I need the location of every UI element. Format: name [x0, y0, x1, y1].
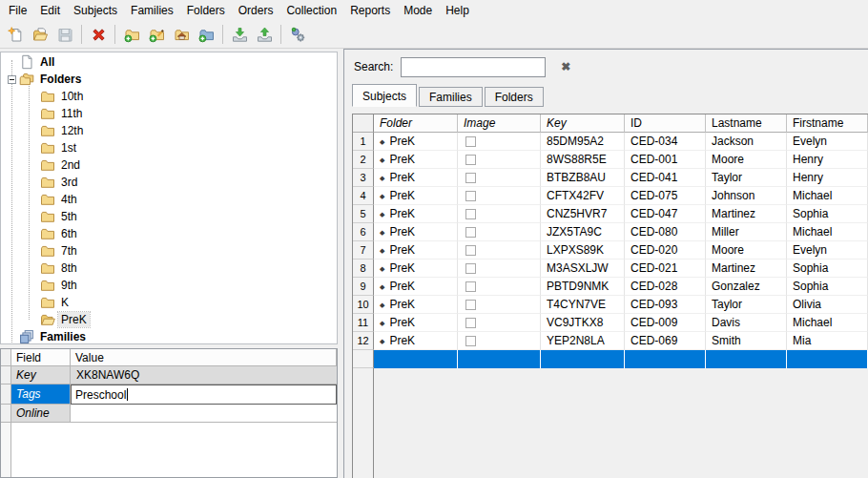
expander-minus-icon[interactable] [5, 75, 19, 84]
field-value-cell[interactable]: XK8NAW6Q [71, 366, 337, 384]
key-cell[interactable]: CFTX42FV [541, 187, 625, 205]
folder-cell[interactable]: ◆PreK [374, 187, 458, 205]
table-row[interactable]: 6◆PreKJZX5TA9CCED-080MillerMichael [353, 223, 868, 241]
menu-item-orders[interactable]: Orders [232, 0, 280, 21]
field-column-header[interactable]: Field [11, 349, 71, 366]
lastname-cell[interactable]: Davis [706, 314, 787, 332]
firstname-cell[interactable]: Michael [787, 187, 868, 205]
tree-item-3rd[interactable]: 3rd [1, 174, 337, 191]
tree-item-prek[interactable]: PreK [1, 311, 337, 328]
lastname-cell[interactable]: Martinez [706, 205, 787, 223]
menu-item-families[interactable]: Families [124, 0, 180, 21]
table-row[interactable]: 10◆PreKT4CYN7VECED-093TaylorOlivia [353, 296, 868, 314]
key-cell[interactable]: BTBZB8AU [541, 169, 625, 187]
id-cell[interactable]: CED-028 [625, 278, 706, 296]
tree-item-4th[interactable]: 4th [1, 191, 337, 208]
table-row[interactable]: 2◆PreK8WS88R5ECED-001MooreHenry [353, 151, 868, 169]
image-cell[interactable] [458, 133, 541, 151]
export-button[interactable] [253, 23, 276, 46]
empty-selected-cell[interactable] [458, 350, 541, 368]
id-cell[interactable]: CED-034 [625, 133, 706, 151]
key-cell[interactable]: LXPXS89K [541, 241, 625, 260]
field-name-cell[interactable]: Online [11, 405, 71, 423]
image-cell[interactable] [458, 260, 541, 278]
column-header-folder[interactable]: Folder [374, 114, 458, 133]
add-folder-button[interactable] [120, 23, 143, 46]
rename-folder-button[interactable] [145, 23, 168, 46]
row-number-cell[interactable]: 9 [353, 278, 374, 296]
field-grid-row-header[interactable] [1, 366, 11, 384]
key-cell[interactable]: 85DM95A2 [541, 133, 625, 151]
image-checkbox[interactable] [465, 173, 476, 183]
row-number-cell[interactable] [353, 350, 374, 368]
tab-folders[interactable]: Folders [485, 87, 544, 107]
table-row[interactable]: 12◆PreKYEP2N8LACED-069SmithMia [353, 332, 868, 350]
row-number-cell[interactable]: 5 [353, 205, 374, 223]
folder-cell[interactable]: ◆PreK [374, 133, 458, 151]
key-cell[interactable]: M3ASXLJW [541, 260, 625, 278]
field-grid-row-header[interactable] [1, 384, 11, 405]
empty-selected-cell[interactable] [787, 350, 868, 368]
table-row[interactable]: 11◆PreKVC9JTKX8CED-009DavisMichael [353, 314, 868, 332]
field-name-cell[interactable]: Key [11, 366, 71, 384]
image-checkbox[interactable] [465, 191, 476, 201]
open-folder-button[interactable] [29, 23, 52, 46]
table-row[interactable]: 1◆PreK85DM95A2CED-034JacksonEvelyn [353, 133, 868, 151]
image-cell[interactable] [458, 205, 541, 223]
value-column-header[interactable]: Value [71, 349, 337, 366]
firstname-cell[interactable]: Henry [787, 151, 868, 169]
lastname-cell[interactable]: Taylor [706, 169, 787, 187]
row-number-cell[interactable]: 8 [353, 260, 374, 278]
table-row[interactable]: 5◆PreKCNZ5HVR7CED-047MartinezSophia [353, 205, 868, 223]
empty-selected-cell[interactable] [706, 350, 787, 368]
tree-item-all[interactable]: All [1, 53, 337, 71]
id-cell[interactable]: CED-001 [625, 151, 706, 169]
key-cell[interactable]: JZX5TA9C [541, 223, 625, 241]
image-cell[interactable] [458, 169, 541, 187]
firstname-cell[interactable]: Mia [787, 332, 868, 350]
image-cell[interactable] [458, 314, 541, 332]
image-cell[interactable] [458, 332, 541, 350]
firstname-cell[interactable]: Michael [787, 223, 868, 241]
tree-item-10th[interactable]: 10th [1, 88, 337, 105]
row-number-cell[interactable]: 3 [353, 169, 374, 187]
field-value-cell[interactable]: Preschool [71, 384, 337, 405]
column-header-key[interactable]: Key [541, 114, 625, 133]
menu-item-folders[interactable]: Folders [180, 0, 232, 21]
id-cell[interactable]: CED-075 [625, 187, 706, 205]
lastname-cell[interactable]: Taylor [706, 296, 787, 314]
folder-cell[interactable]: ◆PreK [374, 332, 458, 350]
empty-selected-cell[interactable] [374, 350, 458, 368]
id-cell[interactable]: CED-080 [625, 223, 706, 241]
lastname-cell[interactable]: Martinez [706, 260, 787, 278]
row-number-cell[interactable]: 4 [353, 187, 374, 205]
lastname-cell[interactable]: Jackson [706, 133, 787, 151]
key-cell[interactable]: CNZ5HVR7 [541, 205, 625, 223]
tree-item-folders[interactable]: Folders [1, 71, 337, 88]
row-number-cell[interactable]: 7 [353, 241, 374, 260]
tree-item-8th[interactable]: 8th [1, 260, 337, 277]
menu-item-help[interactable]: Help [439, 0, 476, 21]
search-input[interactable] [401, 57, 546, 77]
row-number-cell[interactable]: 11 [353, 314, 374, 332]
image-cell[interactable] [458, 223, 541, 241]
image-checkbox[interactable] [465, 245, 476, 256]
tree-item-9th[interactable]: 9th [1, 277, 337, 294]
row-number-cell[interactable]: 6 [353, 223, 374, 241]
image-checkbox[interactable] [465, 281, 476, 292]
new-document-button[interactable] [4, 23, 27, 46]
folder-cell[interactable]: ◆PreK [374, 296, 458, 314]
key-cell[interactable]: 8WS88R5E [541, 151, 625, 169]
image-cell[interactable] [458, 151, 541, 169]
id-cell[interactable]: CED-047 [625, 205, 706, 223]
tab-families[interactable]: Families [419, 87, 483, 107]
image-checkbox[interactable] [465, 300, 476, 310]
lastname-cell[interactable]: Moore [706, 151, 787, 169]
field-grid-row-header[interactable] [1, 405, 11, 423]
id-cell[interactable]: CED-093 [625, 296, 706, 314]
image-cell[interactable] [458, 187, 541, 205]
image-checkbox[interactable] [465, 136, 476, 147]
field-value-cell[interactable] [71, 405, 337, 423]
empty-selected-cell[interactable] [625, 350, 706, 368]
row-number-cell[interactable]: 12 [353, 332, 374, 350]
